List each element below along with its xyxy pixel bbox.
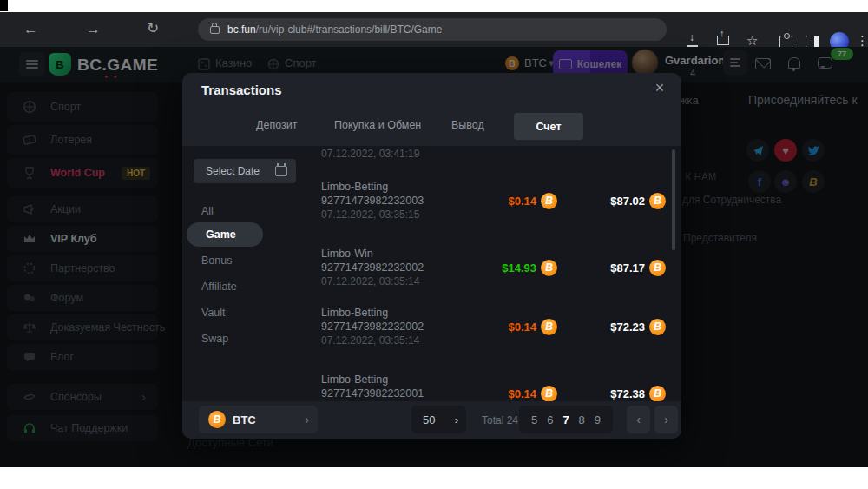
btc-coin-icon: B (649, 193, 666, 209)
tab-withdraw[interactable]: Вывод (451, 119, 484, 131)
total-count: Total 24 (482, 414, 518, 426)
page-number[interactable]: 6 (547, 413, 553, 426)
screen-corner-mark (0, 0, 8, 11)
prev-page-button[interactable]: ‹ (627, 406, 650, 433)
tx-id: 92771473982232003 (321, 195, 424, 207)
screen-margin (0, 467, 868, 489)
filter-all[interactable]: All (201, 205, 214, 217)
page-number[interactable]: 8 (579, 413, 585, 426)
btc-coin-icon: B (541, 260, 557, 276)
tab-bill[interactable]: Счет (514, 113, 583, 140)
transactions-modal: Transactions × Депозит Покупка и Обмен В… (182, 73, 681, 439)
tx-title: Limbo-Betting (321, 307, 388, 319)
tx-balance: $72.38 (610, 387, 645, 400)
tx-balance: $87.02 (610, 195, 645, 208)
https-lock-icon (210, 26, 220, 34)
select-date-button[interactable]: Select Date (194, 159, 296, 183)
address-bar[interactable]: bc.fun/ru/vip-club#/transactions/bill/BT… (198, 18, 667, 41)
share-icon[interactable] (717, 32, 729, 45)
browser-back-icon[interactable]: ← (23, 22, 38, 36)
tx-amount: $0.14 (508, 195, 536, 208)
modal-header: Transactions × Депозит Покупка и Обмен В… (182, 73, 681, 146)
tx-balance: $87.17 (610, 261, 645, 274)
pagination: 5 6 7 8 9 (519, 406, 613, 433)
tx-date: 07.12.2022, 03:35:14 (321, 334, 419, 347)
tx-title: Limbo-Betting (321, 181, 388, 193)
filter-vault[interactable]: Vault (201, 307, 226, 319)
page-size-selector[interactable]: 50 › (411, 406, 466, 433)
tx-id: 92771473982232001 (321, 387, 424, 400)
tx-amount: $0.14 (508, 387, 536, 400)
modal-footer: B BTC › 50 › Total 24 5 6 7 8 9 ‹ › (182, 401, 681, 439)
transaction-row: Limbo-Betting 92771473982232002 07.12.20… (321, 307, 668, 359)
tx-date: 07.12.2022, 03:35:15 (321, 208, 419, 221)
page-number[interactable]: 5 (531, 413, 537, 426)
page-number[interactable]: 7 (562, 413, 569, 426)
tx-date: 07.12.2022, 03:35:14 (321, 275, 419, 287)
filter-bonus[interactable]: Bonus (201, 254, 232, 267)
transaction-row: Limbo-Win 92771473982232002 07.12.2022, … (321, 248, 668, 300)
chevron-right-icon: › (455, 413, 458, 426)
tx-title: Limbo-Win (321, 248, 373, 260)
modal-title: Transactions (201, 83, 282, 97)
page-url: bc.fun/ru/vip-club#/transactions/bill/BT… (227, 23, 442, 36)
filter-game[interactable]: Game (187, 222, 263, 247)
tx-amount: $0.14 (508, 320, 536, 334)
tab-buy-swap[interactable]: Покупка и Обмен (334, 119, 421, 131)
btc-coin-icon: B (541, 319, 557, 335)
btc-coin-icon: B (208, 411, 226, 428)
tx-id: 92771473982232002 (321, 320, 424, 333)
tx-amount: $14.93 (502, 261, 536, 274)
next-page-button[interactable]: › (654, 406, 678, 433)
btc-coin-icon: B (541, 193, 557, 209)
transaction-row: Limbo-Betting 92771473982232003 07.12.20… (321, 181, 668, 233)
page-number[interactable]: 9 (595, 413, 601, 426)
close-icon[interactable]: × (650, 78, 669, 97)
chevron-right-icon: › (305, 413, 309, 426)
browser-forward-icon[interactable]: → (86, 22, 101, 36)
btc-coin-icon: B (649, 319, 666, 335)
tx-balance: $72.23 (610, 320, 645, 334)
browser-toolbar: ← → ↻ bc.fun/ru/vip-club#/transactions/b… (0, 12, 868, 47)
tab-deposit[interactable]: Депозит (256, 119, 297, 131)
side-panel-icon[interactable] (806, 36, 819, 48)
download-icon[interactable] (687, 35, 698, 45)
calendar-icon (275, 166, 287, 176)
btc-coin-icon: B (541, 386, 557, 402)
modal-scrollbar[interactable] (672, 149, 675, 250)
partial-row-date: 07.12.2022, 03:41:19 (321, 148, 419, 160)
browser-reload-icon[interactable]: ↻ (147, 21, 159, 36)
currency-filter-button[interactable]: B BTC › (199, 406, 318, 433)
btc-coin-icon: B (649, 386, 666, 402)
btc-coin-icon: B (649, 260, 666, 276)
filter-affiliate[interactable]: Affiliate (201, 281, 237, 293)
filter-swap[interactable]: Swap (201, 333, 228, 345)
tx-title: Limbo-Betting (321, 373, 388, 386)
tx-id: 92771473982232002 (321, 261, 424, 274)
